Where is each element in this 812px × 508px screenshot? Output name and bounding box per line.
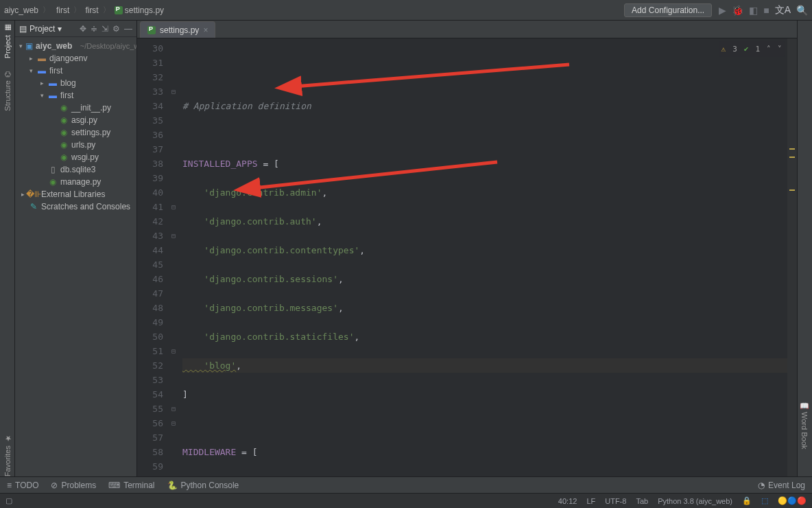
search-icon[interactable]: 🔍 (796, 5, 808, 16)
status-caret-position[interactable]: 40:12 (558, 497, 577, 505)
terminal-tool-tab[interactable]: ⌨ Terminal (108, 481, 154, 490)
event-log-tool-tab[interactable]: ◔ Event Log (758, 481, 805, 490)
breadcrumb-folder-2[interactable]: first (85, 5, 98, 15)
top-navigation-bar: aiyc_web 〉 first 〉 first 〉 settings.py A… (0, 0, 812, 21)
bottom-tool-bar: ≡ TODO ⊘ Problems ⌨ Terminal 🐍 Python Co… (0, 476, 812, 493)
status-encoding[interactable]: UTF-8 (605, 497, 626, 505)
inspections-summary[interactable]: ⚠3 ✔1 ˄ ˅ (719, 41, 785, 57)
editor-body[interactable]: ⚠3 ✔1 ˄ ˅ 303132333435363738394041424344… (137, 38, 797, 476)
chevron-down-icon[interactable]: ˅ (778, 42, 782, 56)
project-panel-title[interactable]: ▤ Project ▾ (19, 24, 62, 34)
breadcrumb-root[interactable]: aiyc_web (4, 5, 38, 15)
breadcrumbs: aiyc_web 〉 first 〉 first 〉 settings.py (4, 5, 624, 15)
code-area[interactable]: # Application definition INSTALLED_APPS … (178, 38, 787, 476)
tree-wsgi[interactable]: ◉wsgi.py (15, 151, 136, 163)
tree-root[interactable]: ▾▣aiyc_web ~/Desktop/aiyc_web (15, 40, 136, 52)
tree-first-inner[interactable]: ▾▬first (15, 89, 136, 102)
structure-tool-tab[interactable]: Structure ⌬ (3, 71, 12, 111)
wordbook-tool-tab[interactable]: 📖 Word Book (800, 401, 809, 449)
editor: settings.py× ⚠3 ✔1 ˄ ˅ 30313233343536373… (137, 21, 797, 476)
tree-blog[interactable]: ▸▬blog (15, 77, 136, 89)
breadcrumb-folder-1[interactable]: first (54, 5, 69, 15)
breadcrumb-separator-icon: 〉 (102, 5, 112, 15)
tree-manage[interactable]: ◉manage.py (15, 176, 136, 188)
project-tool-tab[interactable]: Project ▦ (3, 23, 12, 58)
debug-icon[interactable]: 🐞 (732, 5, 743, 16)
status-bar: ▢ 40:12 LF UTF-8 Tab Python 3.8 (aiyc_we… (0, 493, 812, 508)
run-icon[interactable]: ▶ (719, 5, 726, 16)
collapse-icon[interactable]: ⇲ (102, 24, 108, 34)
breadcrumb-file[interactable]: settings.py (115, 5, 164, 15)
status-panel-icon[interactable]: ▢ (5, 496, 12, 505)
breadcrumb-separator-icon: 〉 (41, 5, 51, 15)
editor-tab-settings[interactable]: settings.py× (140, 21, 215, 38)
tree-db[interactable]: ▯db.sqlite3 (15, 163, 136, 176)
ok-count: 1 (755, 42, 760, 56)
tree-asgi[interactable]: ◉asgi.py (15, 114, 136, 126)
project-panel: ▤ Project ▾ ✥ ≑ ⇲ ⚙ — ▾▣aiyc_web ~/Deskt… (15, 21, 137, 476)
editor-error-stripe[interactable] (787, 38, 797, 476)
expand-icon[interactable]: ≑ (91, 24, 97, 34)
locate-icon[interactable]: ✥ (80, 24, 86, 34)
todo-tool-tab[interactable]: ≡ TODO (7, 481, 38, 490)
run-toolbar: ▶ 🐞 ◧ ■ 文A 🔍 (719, 4, 808, 16)
project-panel-header: ▤ Project ▾ ✥ ≑ ⇲ ⚙ — (15, 21, 136, 37)
memory-indicator-icon[interactable]: ⬚ (761, 496, 768, 505)
tree-settings[interactable]: ◉settings.py (15, 126, 136, 139)
left-tool-stripe: Project ▦ Structure ⌬ Favorites ★ (0, 21, 15, 476)
gear-icon[interactable]: ⚙ (112, 24, 120, 34)
right-tool-stripe: 📖 Word Book (797, 21, 812, 476)
tree-djangoenv[interactable]: ▸▬djangoenv (15, 52, 136, 65)
tree-scratches[interactable]: ✎Scratches and Consoles (15, 200, 136, 213)
tree-external-libraries[interactable]: ▸�⊪External Libraries (15, 188, 136, 200)
tree-first[interactable]: ▾▬first (15, 65, 136, 77)
tree-urls[interactable]: ◉urls.py (15, 139, 136, 151)
warning-count: 3 (732, 42, 737, 56)
problems-tool-tab[interactable]: ⊘ Problems (51, 481, 96, 490)
status-interpreter[interactable]: Python 3.8 (aiyc_web) (658, 497, 732, 505)
language-icon[interactable]: 文A (775, 4, 791, 16)
status-indent[interactable]: Tab (636, 497, 648, 505)
tree-init[interactable]: ◉__init__.py (15, 102, 136, 114)
line-number-gutter[interactable]: 3031323334353637383940414243444546474849… (137, 38, 169, 476)
chevron-up-icon[interactable]: ˄ (767, 42, 771, 56)
coverage-icon[interactable]: ◧ (749, 5, 758, 16)
python-console-tool-tab[interactable]: 🐍 Python Console (167, 481, 239, 490)
editor-tab-bar: settings.py× (137, 21, 797, 38)
chrome-icon[interactable]: 🟡🔵🔴 (778, 496, 807, 505)
breadcrumb-separator-icon: 〉 (72, 5, 82, 15)
stop-icon[interactable]: ■ (763, 5, 769, 16)
python-file-icon (147, 26, 156, 34)
add-configuration-button[interactable]: Add Configuration... (624, 3, 712, 17)
status-line-separator[interactable]: LF (586, 497, 595, 505)
warning-icon: ⚠ (721, 42, 726, 56)
hide-icon[interactable]: — (124, 24, 132, 34)
ok-icon: ✔ (744, 42, 749, 56)
favorites-tool-tab[interactable]: Favorites ★ (3, 434, 12, 476)
project-tree[interactable]: ▾▣aiyc_web ~/Desktop/aiyc_web ▸▬djangoen… (15, 37, 136, 476)
fold-gutter[interactable]: ⊟⊟⊟⊟⊟⊟ (169, 38, 178, 476)
close-tab-icon[interactable]: × (203, 25, 208, 35)
python-file-icon (115, 6, 123, 14)
lock-icon[interactable]: 🔒 (742, 496, 752, 505)
